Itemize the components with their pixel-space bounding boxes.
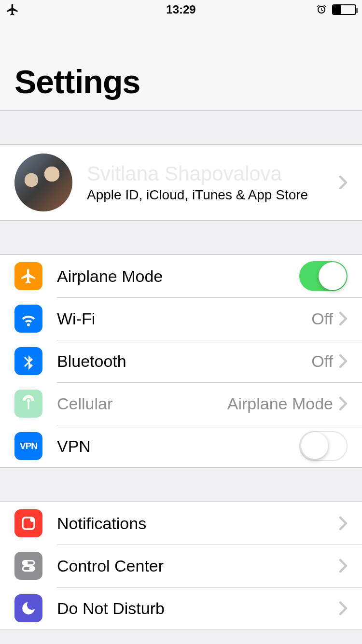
notifications-icon [14,509,42,537]
do-not-disturb-row[interactable]: Do Not Disturb [0,587,362,630]
control-center-label: Control Center [57,557,339,575]
svg-point-1 [30,518,34,522]
wifi-label: Wi-Fi [57,309,311,328]
svg-point-3 [24,561,28,565]
vpn-row[interactable]: VPN VPN [0,425,362,467]
avatar [14,154,72,211]
airplane-mode-label: Airplane Mode [57,267,299,286]
moon-icon [14,594,42,622]
alarm-icon [316,4,327,15]
notifications-label: Notifications [57,514,339,533]
system-section: Notifications Control Center Do Not Dist… [0,502,362,630]
svg-point-5 [30,567,33,571]
profile-subtitle: Apple ID, iCloud, iTunes & App Store [87,187,339,203]
header: Settings [0,19,362,111]
bluetooth-value: Off [311,352,333,371]
chevron-right-icon [339,601,348,616]
chevron-right-icon [339,396,348,411]
status-bar: 13:29 [0,0,362,19]
control-center-row[interactable]: Control Center [0,545,362,587]
chevron-right-icon [339,559,348,573]
control-center-icon [14,552,42,580]
vpn-icon: VPN [14,432,42,460]
wifi-value: Off [311,309,333,328]
status-time: 13:29 [54,3,308,16]
do-not-disturb-label: Do Not Disturb [57,599,339,618]
bluetooth-label: Bluetooth [57,352,311,371]
airplane-icon [14,262,42,290]
vpn-toggle[interactable] [299,431,348,461]
profile-name: Svitlana Shapovalova [87,162,339,185]
notifications-row[interactable]: Notifications [0,502,362,545]
chevron-right-icon [339,175,348,190]
chevron-right-icon [339,311,348,326]
vpn-label: VPN [57,437,299,456]
cellular-value: Airplane Mode [227,394,333,413]
chevron-right-icon [339,516,348,531]
profile-section: Svitlana Shapovalova Apple ID, iCloud, i… [0,144,362,221]
cellular-icon [14,390,42,418]
connectivity-section: Airplane Mode Wi-Fi Off Bluetooth Off Ce… [0,254,362,468]
cellular-row[interactable]: Cellular Airplane Mode [0,382,362,425]
profile-row[interactable]: Svitlana Shapovalova Apple ID, iCloud, i… [0,145,362,220]
cellular-label: Cellular [57,394,227,413]
bluetooth-icon [14,347,42,375]
wifi-icon [14,305,42,333]
airplane-status-icon [6,3,19,16]
battery-icon [332,4,356,15]
page-title: Settings [14,63,348,100]
bluetooth-row[interactable]: Bluetooth Off [0,340,362,382]
airplane-mode-row[interactable]: Airplane Mode [0,255,362,297]
airplane-mode-toggle[interactable] [299,261,348,291]
chevron-right-icon [339,354,348,368]
wifi-row[interactable]: Wi-Fi Off [0,297,362,340]
